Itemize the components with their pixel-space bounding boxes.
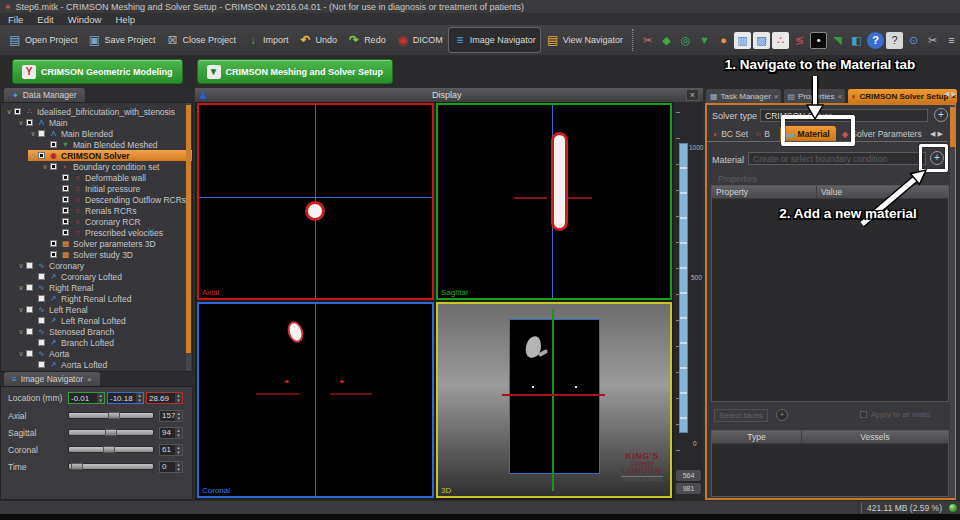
spinner-icons[interactable]: ▴▾ [175, 393, 182, 403]
right-panel-scrollbar-thumb[interactable] [950, 107, 955, 147]
level-window-ruler[interactable]: 1000 500 0 564 981 [674, 102, 703, 500]
subtab-scroll-arrows[interactable]: ◀▶ [930, 130, 943, 138]
node-checkbox[interactable] [62, 207, 69, 214]
subtab-hidden[interactable]: ○ B [754, 126, 780, 141]
tree-item[interactable]: ∨ ∿ Coronary [16, 260, 192, 271]
node-checkbox[interactable] [62, 218, 69, 225]
tree-item[interactable]: ▦ Solver parameters 3D [40, 238, 192, 249]
spinner-icons[interactable]: ▴▾ [175, 462, 182, 472]
slider-value-field[interactable]: 61 ▴▾ [159, 444, 183, 456]
slider-thumb[interactable] [108, 412, 120, 419]
capsule-icon[interactable]: ● [715, 32, 732, 49]
menu-item[interactable]: Window [68, 14, 102, 25]
tree-item[interactable]: ○ Initial pressure [52, 183, 192, 194]
location-coordinate-field[interactable]: -10.18 ▴▾ [107, 392, 144, 404]
tree-item[interactable]: ↗ Left Renal Lofted [28, 315, 192, 326]
tree-item[interactable]: ↗ Aorta Lofted [28, 359, 192, 370]
node-checkbox[interactable] [50, 163, 57, 170]
node-checkbox[interactable] [38, 317, 45, 324]
slider-value-field[interactable]: 157 ▴▾ [159, 410, 183, 422]
vessels-column-header[interactable]: Vessels [802, 431, 948, 443]
node-checkbox[interactable] [38, 361, 45, 368]
node-checkbox[interactable] [50, 251, 57, 258]
tree-item[interactable]: ○ Renals RCRs [52, 205, 192, 216]
property-column-header[interactable]: Property [712, 186, 817, 198]
leaf-icon[interactable]: ◥ [829, 32, 846, 49]
expander-icon[interactable]: ∨ [40, 163, 50, 171]
tree-item[interactable]: ∨ Λ Main [16, 117, 192, 128]
tree-item[interactable]: ○ Prescribed velocities [52, 227, 192, 238]
expander-icon[interactable]: ∨ [16, 119, 26, 127]
vessels-table[interactable]: Type Vessels [711, 430, 949, 497]
slider-thumb[interactable] [105, 429, 117, 436]
tab-data-manager[interactable]: ✦ Data Manager [4, 88, 85, 102]
apply-walls-checkbox[interactable] [860, 411, 867, 418]
scroll-right-icon[interactable]: ▶ [937, 130, 942, 138]
spinner-icons[interactable]: ▴▾ [175, 411, 182, 421]
node-checkbox[interactable] [38, 295, 45, 302]
undo-button[interactable]: ↶ Undo [295, 28, 342, 52]
close-icon[interactable]: × [774, 92, 779, 101]
add-solver-button[interactable]: + [934, 108, 948, 122]
slider-track[interactable] [68, 446, 154, 453]
tab-task-manager[interactable]: ▦ Task Manager × [705, 88, 782, 103]
node-checkbox[interactable] [62, 229, 69, 236]
expander-icon[interactable]: ∨ [28, 152, 38, 160]
slider-track[interactable] [68, 463, 154, 470]
redo-button[interactable]: ↷ Redo [343, 28, 390, 52]
tree-item[interactable]: ∨ ∴ Idealised_bifricutation_with_stenosi… [4, 106, 192, 117]
tree-item[interactable]: ∨ ◉ CRIMSON Solver [28, 150, 192, 161]
right-panel-scrollbar[interactable] [950, 105, 955, 498]
node-checkbox[interactable] [26, 328, 33, 335]
level-value-box[interactable]: 564 [676, 470, 701, 481]
close-icon[interactable]: × [87, 375, 92, 384]
measure-icon[interactable]: ✂ [639, 32, 656, 49]
axial-viewport[interactable]: Axial [197, 103, 434, 300]
slider-value-field[interactable]: 94 ▴▾ [159, 427, 183, 439]
node-checkbox[interactable] [62, 185, 69, 192]
location-coordinate-field[interactable]: -0.01 ▴▾ [68, 392, 105, 404]
tree-item[interactable]: ↗ Right Renal Lofted [28, 293, 192, 304]
spinner-icons[interactable]: ▴▾ [97, 393, 104, 403]
node-checkbox[interactable] [50, 141, 57, 148]
tree-item[interactable]: ∨ ◐ Boundary condition set [40, 161, 192, 172]
close-project-button[interactable]: ⊠ Close Project [162, 28, 241, 52]
scroll-right-icon[interactable]: ▶ [951, 90, 956, 98]
tree-item[interactable]: ○ Coronary RCR [52, 216, 192, 227]
scroll-left-icon[interactable]: ◀ [944, 90, 949, 98]
window-value-box[interactable]: 981 [676, 483, 701, 494]
slider-track[interactable] [68, 412, 154, 419]
expander-icon[interactable]: ∨ [16, 262, 26, 270]
menu-item[interactable]: File [8, 14, 23, 25]
tab-image-navigator[interactable]: ≡ Image Navigator × [4, 372, 100, 386]
node-checkbox[interactable] [62, 174, 69, 181]
save-project-button[interactable]: ▣ Save Project [84, 28, 160, 52]
tree-scrollbar[interactable] [186, 103, 191, 371]
node-checkbox[interactable] [62, 196, 69, 203]
barchart-icon[interactable]: ▥ [734, 32, 751, 49]
subtab-bc-set[interactable]: ◐ BC Set [707, 126, 754, 141]
box-3d-icon[interactable]: ◧ [848, 32, 865, 49]
level-window-bar[interactable] [679, 143, 688, 433]
tree-item[interactable]: ∨ ∿ Stenosed Branch [16, 326, 192, 337]
view-navigator-button[interactable]: ▤ View Navigator [542, 28, 627, 52]
node-checkbox[interactable] [26, 119, 33, 126]
spinner-icons[interactable]: ▴▾ [175, 428, 182, 438]
camera-box-icon[interactable]: • [810, 32, 827, 49]
tree-item[interactable]: ▼ Main Blended Meshed [40, 139, 192, 150]
doc-help-icon[interactable]: ? [886, 32, 903, 49]
slider-thumb[interactable] [103, 446, 115, 453]
tab-scroll-arrows[interactable]: ◀▶ [944, 90, 957, 98]
tree-item[interactable]: ∨ ∿ Right Renal [16, 282, 192, 293]
tree-item[interactable]: ○ Deformable wall [52, 172, 192, 183]
scatter-icon[interactable]: ∴ [772, 32, 789, 49]
snip-icon[interactable]: ✂ [924, 32, 941, 49]
open-project-button[interactable]: ▤ Open Project [4, 28, 82, 52]
meshing-solver-button[interactable]: ▼ CRIMSON Meshing and Solver Setup [197, 59, 394, 84]
tree-item[interactable]: ∨ Λ Main Blended [28, 128, 192, 139]
scroll-left-icon[interactable]: ◀ [930, 130, 935, 138]
spinner-icons[interactable]: ▴▾ [175, 445, 182, 455]
close-icon[interactable]: × [686, 89, 699, 101]
tree-item[interactable]: ∨ ∿ Left Renal [16, 304, 192, 315]
tree-scrollbar-thumb[interactable] [186, 105, 191, 353]
